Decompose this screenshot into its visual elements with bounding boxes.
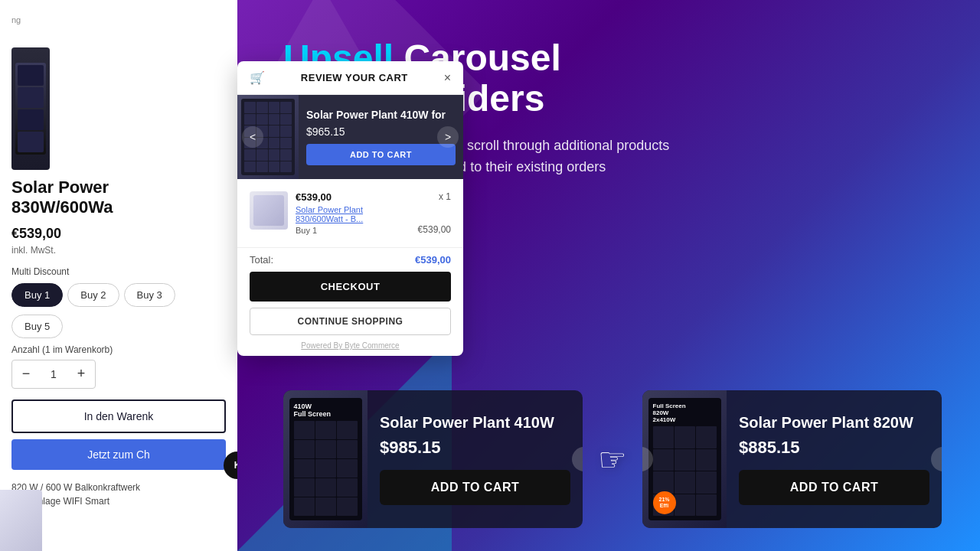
cart-upsell-product-price: $965.15: [306, 126, 456, 138]
product-tax: inkl. MwSt.: [11, 245, 226, 256]
product-bottom-image: [0, 490, 42, 551]
jetzt-zum-checkout-btn[interactable]: Jetzt zum Ch: [11, 439, 226, 470]
qty-label: Anzahl (1 im Warenkorb): [11, 344, 226, 355]
product-page: ng Solar Power 830W/600Wa €539,00 inkl. …: [0, 0, 237, 551]
powered-by-link[interactable]: Powered By Byte Commerce: [301, 341, 399, 350]
cart-item-price: €539,00: [296, 191, 410, 203]
product-price: €539,00: [11, 226, 226, 242]
cart-modal: 🛒 REVIEW YOUR CART × <: [237, 61, 463, 356]
upsell-card1-body: Solar Power Plant 410W $985.15 ADD TO CA…: [368, 390, 583, 528]
upsell-card1-price: $985.15: [380, 438, 570, 458]
continue-shopping-btn[interactable]: CONTINUE SHOPPING: [250, 308, 451, 335]
cart-item-name[interactable]: Solar Power Plant 830/600Watt - B...: [296, 205, 410, 223]
upsell-card2-price: $885.15: [739, 438, 929, 458]
cart-items-list: €539,00 Solar Power Plant 830/600Watt - …: [237, 179, 463, 247]
cart-close-btn[interactable]: ×: [444, 71, 451, 85]
cart-total: Total: €539,00: [237, 247, 463, 272]
upsell-card1-image: 410WFull Screen: [283, 390, 368, 528]
add-to-warenkorb-btn[interactable]: In den Warenk: [11, 399, 226, 433]
cart-item: €539,00 Solar Power Plant 830/600Watt - …: [250, 187, 451, 240]
upsell-card1-name: Solar Power Plant 410W: [380, 413, 570, 432]
cursor-icon: ☞: [598, 441, 627, 478]
cart-upsell-add-btn[interactable]: ADD TO CART: [306, 144, 456, 165]
cart-item-subtotal: €539,00: [418, 224, 451, 235]
discount-btn-buy5[interactable]: Buy 5: [11, 315, 63, 338]
upsell-card2-name: Solar Power Plant 820W: [739, 413, 929, 432]
product-title: Solar Power 830W/600Wa: [11, 178, 226, 218]
product-description: 820 W / 600 W Balkonkraftwerk Solaranlag…: [11, 481, 226, 508]
cart-item-qty: x 1: [439, 191, 451, 202]
cart-total-value: €539,00: [415, 254, 451, 266]
qty-plus-btn[interactable]: +: [67, 360, 95, 388]
upsell-card2-image: Full Screen820W2x410W: [642, 390, 727, 528]
cart-item-details: €539,00 Solar Power Plant 830/600Watt - …: [296, 191, 410, 235]
cursor-area: ☞: [598, 390, 627, 528]
cart-item-right: x 1 €539,00: [418, 191, 451, 235]
multi-discount-label: Multi Discount: [11, 266, 226, 277]
checkout-btn[interactable]: CHECKOUT: [250, 272, 451, 302]
cart-header: 🛒 REVIEW YOUR CART ×: [237, 61, 463, 95]
cart-item-image: [250, 191, 288, 230]
discount-btn-buy3[interactable]: Buy 3: [124, 283, 175, 307]
qty-minus-btn[interactable]: −: [12, 360, 40, 388]
cart-item-qty-label: Buy 1: [296, 226, 410, 235]
upsell-card-1: 410WFull Screen: [283, 390, 583, 528]
cart-total-label: Total:: [250, 254, 273, 266]
upsell-card2-body: Solar Power Plant 820W $885.15 ADD TO CA…: [727, 390, 942, 528]
product-image: [11, 47, 50, 170]
upsell-card-2: ‹ Full Screen820W2x410W: [642, 390, 942, 528]
upsell-card1-add-btn[interactable]: ADD TO CART: [380, 470, 570, 505]
cart-icon: 🛒: [250, 70, 265, 85]
discount-buttons-group: Buy 1 Buy 2 Buy 3: [11, 283, 226, 307]
cart-header-title: REVIEW YOUR CART: [301, 72, 408, 83]
breadcrumb: ng: [11, 15, 226, 24]
powered-by: Powered By Byte Commerce: [237, 341, 463, 356]
cart-upsell-inner: Solar Power Plant 410W for $965.15 ADD T…: [237, 95, 463, 179]
qty-control: − 1 +: [11, 360, 96, 389]
discount-btn-buy1[interactable]: Buy 1: [11, 283, 63, 307]
cart-upsell-carousel: <: [237, 95, 463, 179]
qty-value: 1: [40, 368, 67, 380]
carousel-prev-btn[interactable]: <: [242, 126, 263, 148]
cart-upsell-product-name: Solar Power Plant 410W for: [306, 109, 456, 122]
upsell-card2-add-btn[interactable]: ADD TO CART: [739, 470, 929, 505]
discount-btn-buy2[interactable]: Buy 2: [67, 283, 119, 307]
upsell-carousel: ‹ 410WFull Screen: [283, 390, 942, 528]
carousel-next-btn[interactable]: >: [437, 126, 459, 148]
